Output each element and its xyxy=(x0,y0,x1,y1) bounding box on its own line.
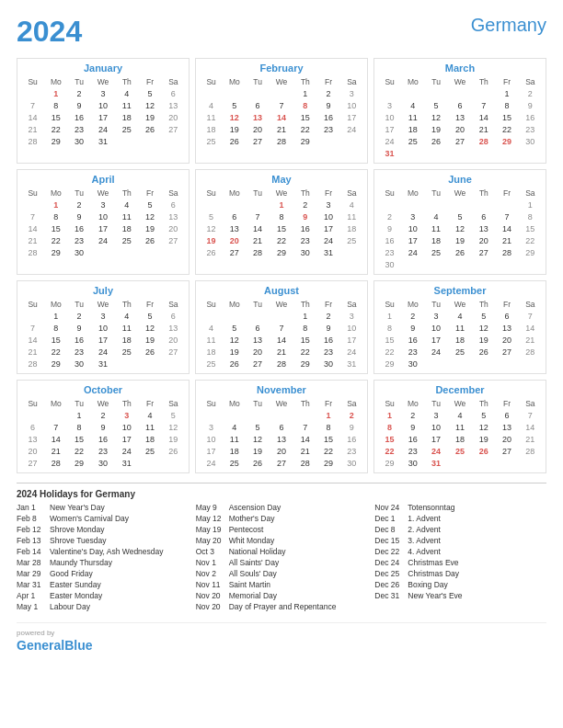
cal-day xyxy=(378,199,401,210)
holiday-name: Good Friday xyxy=(50,569,93,578)
cal-day xyxy=(115,246,138,258)
cal-day: 7 xyxy=(270,322,293,334)
cal-day: 31 xyxy=(115,457,138,469)
cal-day: 5 xyxy=(472,310,495,322)
cal-day xyxy=(270,409,293,421)
cal-table-july: SuMoTuWeThFrSa12345678910111213141516171… xyxy=(21,299,185,370)
cal-day: 18 xyxy=(425,234,448,246)
cal-day xyxy=(138,246,161,258)
col-header-fr: Fr xyxy=(316,188,339,199)
col-header-tu: Tu xyxy=(68,188,91,199)
cal-day: 6 xyxy=(495,310,518,322)
cal-day: 1 xyxy=(495,87,518,99)
holiday-entry: Feb 12Shrove Monday xyxy=(17,525,189,534)
cal-day: 18 xyxy=(448,433,472,445)
cal-day: 9 xyxy=(91,421,115,433)
cal-day xyxy=(21,199,44,210)
cal-day xyxy=(448,87,472,99)
cal-day xyxy=(401,258,424,270)
cal-day: 11 xyxy=(115,99,138,111)
cal-day: 31 xyxy=(91,135,115,147)
month-title-february: February xyxy=(200,63,363,74)
cal-day xyxy=(21,87,44,99)
cal-day: 22 xyxy=(316,445,339,457)
cal-day: 15 xyxy=(44,111,67,123)
cal-day xyxy=(425,199,448,210)
cal-day: 23 xyxy=(316,346,339,358)
col-header-th: Th xyxy=(472,188,495,199)
cal-day: 28 xyxy=(495,246,518,258)
col-header-sa: Sa xyxy=(162,299,185,310)
cal-day: 12 xyxy=(472,322,495,334)
cal-day: 19 xyxy=(472,433,495,445)
cal-day: 4 xyxy=(448,409,472,421)
cal-day: 22 xyxy=(495,123,518,135)
cal-day: 8 xyxy=(378,421,401,433)
cal-day: 22 xyxy=(293,346,316,358)
holidays-section: 2024 Holidays for Germany Jan 1New Year'… xyxy=(17,483,546,613)
cal-day: 21 xyxy=(293,445,316,457)
cal-day: 5 xyxy=(138,199,161,210)
month-title-july: July xyxy=(21,285,185,296)
cal-day: 31 xyxy=(91,358,115,370)
cal-day: 24 xyxy=(91,346,115,358)
cal-day: 6 xyxy=(223,210,246,222)
holiday-date: May 20 xyxy=(196,536,225,545)
cal-day: 5 xyxy=(448,210,472,222)
cal-day: 28 xyxy=(519,445,542,457)
cal-day: 30 xyxy=(68,246,91,258)
cal-day: 29 xyxy=(316,457,339,469)
cal-day xyxy=(115,358,138,370)
cal-day: 3 xyxy=(425,310,448,322)
cal-table-january: SuMoTuWeThFrSa12345678910111213141516171… xyxy=(21,76,185,147)
cal-day: 28 xyxy=(247,246,270,258)
cal-day xyxy=(448,199,472,210)
holiday-name: Maundy Thursday xyxy=(50,558,112,567)
cal-day: 11 xyxy=(448,322,472,334)
cal-day: 29 xyxy=(378,358,401,370)
cal-day: 17 xyxy=(316,222,339,234)
cal-day: 5 xyxy=(138,87,161,99)
cal-day: 30 xyxy=(91,457,115,469)
cal-day xyxy=(495,258,518,270)
cal-day: 30 xyxy=(340,457,363,469)
holidays-grid: Jan 1New Year's DayFeb 8Women's Carnival… xyxy=(17,503,546,613)
cal-day: 23 xyxy=(68,346,91,358)
cal-table-august: SuMoTuWeThFrSa12345678910111213141516171… xyxy=(200,299,363,370)
col-header-sa: Sa xyxy=(340,299,363,310)
cal-day: 16 xyxy=(293,222,316,234)
col-header-sa: Sa xyxy=(519,188,542,199)
col-header-su: Su xyxy=(21,188,44,199)
holiday-date: Nov 11 xyxy=(196,580,225,589)
cal-day: 2 xyxy=(68,87,91,99)
cal-day: 19 xyxy=(200,234,223,246)
holiday-entry: Dec 224. Advent xyxy=(374,547,546,556)
cal-day: 1 xyxy=(316,409,339,421)
cal-day: 8 xyxy=(519,210,542,222)
cal-day: 7 xyxy=(293,421,316,433)
cal-table-september: SuMoTuWeThFrSa12345678910111213141516171… xyxy=(378,299,542,370)
col-header-sa: Sa xyxy=(340,188,363,199)
cal-day xyxy=(495,358,518,370)
brand-text: GeneralBlue xyxy=(17,638,92,653)
cal-day: 6 xyxy=(162,199,185,210)
cal-day: 23 xyxy=(316,123,339,135)
holiday-name: Ascension Day xyxy=(229,503,282,512)
cal-table-june: SuMoTuWeThFrSa12345678910111213141516171… xyxy=(378,188,542,270)
cal-day: 28 xyxy=(21,358,44,370)
cal-day: 28 xyxy=(270,135,293,147)
cal-day xyxy=(162,358,185,370)
month-block-august: AugustSuMoTuWeThFrSa12345678910111213141… xyxy=(195,280,368,374)
cal-day: 5 xyxy=(200,210,223,222)
cal-day: 2 xyxy=(91,409,115,421)
cal-day: 7 xyxy=(21,210,44,222)
cal-day: 12 xyxy=(138,99,161,111)
cal-day: 21 xyxy=(519,334,542,346)
holiday-date: Dec 22 xyxy=(374,547,404,556)
cal-day: 8 xyxy=(270,210,293,222)
cal-day: 25 xyxy=(138,445,161,457)
holiday-entry: May 20Whit Monday xyxy=(196,536,368,545)
cal-day: 22 xyxy=(44,234,67,246)
cal-day xyxy=(247,199,270,210)
cal-day: 11 xyxy=(401,111,424,123)
